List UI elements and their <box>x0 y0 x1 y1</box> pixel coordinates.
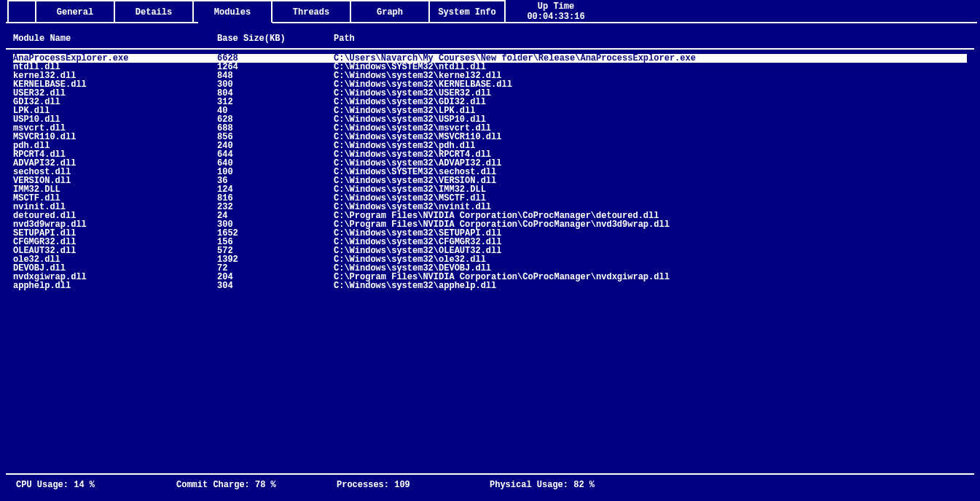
module-size-cell: 124 <box>217 185 334 194</box>
footer-separator <box>6 473 974 475</box>
module-size-cell: 688 <box>217 124 334 133</box>
status-bar: CPU Usage: 14 % Commit Charge: 78 % Proc… <box>6 478 974 492</box>
tab-general[interactable]: General <box>35 0 115 22</box>
table-row[interactable]: GDI32.dll312C:\Windows\system32\GDI32.dl… <box>13 98 967 106</box>
module-name-cell: apphelp.dll <box>13 281 217 290</box>
table-row[interactable]: VERSION.dll36C:\Windows\system32\VERSION… <box>13 176 967 185</box>
table-row[interactable]: AnaProcessExplorer.exe6628C:\Users\Navar… <box>13 54 967 63</box>
module-size-cell: 304 <box>217 281 334 290</box>
table-row[interactable]: IMM32.DLL124C:\Windows\system32\IMM32.DL… <box>13 185 967 194</box>
table-row[interactable]: OLEAUT32.dll572C:\Windows\system32\OLEAU… <box>13 246 967 255</box>
module-size-cell: 1652 <box>217 229 334 238</box>
status-commit: Commit Charge: 78 % <box>176 480 337 490</box>
column-headers: Module Name Base Size(KB) Path <box>3 22 977 44</box>
module-size-cell: 36 <box>217 176 334 185</box>
module-size-cell: 100 <box>217 168 334 176</box>
module-size-cell: 240 <box>217 141 334 150</box>
modules-list: AnaProcessExplorer.exe6628C:\Users\Navar… <box>3 50 977 290</box>
module-size-cell: 856 <box>217 133 334 141</box>
uptime-display: Up Time 00:04:33:16 <box>504 0 606 22</box>
module-path-cell: C:\Windows\system32\apphelp.dll <box>334 281 967 290</box>
tabs-row: General Details Modules Threads Graph Sy… <box>3 0 977 22</box>
tab-spacer <box>605 0 977 22</box>
module-size-cell: 156 <box>217 238 334 246</box>
module-size-cell: 24 <box>217 211 334 220</box>
tab-blank[interactable] <box>7 0 36 22</box>
module-size-cell: 816 <box>217 194 334 203</box>
uptime-label: Up Time <box>506 1 606 12</box>
module-size-cell: 1392 <box>217 255 334 264</box>
module-size-cell: 640 <box>217 159 334 168</box>
tab-graph[interactable]: Graph <box>350 0 430 22</box>
col-header-size[interactable]: Base Size(KB) <box>217 34 334 44</box>
module-size-cell: 72 <box>217 264 334 273</box>
module-size-cell: 628 <box>217 115 334 124</box>
status-processes: Processes: 109 <box>337 480 490 490</box>
uptime-value: 00:04:33:16 <box>506 12 606 22</box>
table-row[interactable]: LPK.dll40C:\Windows\system32\LPK.dll <box>13 106 967 115</box>
table-row[interactable]: USER32.dll804C:\Windows\system32\USER32.… <box>13 89 967 98</box>
app-window: General Details Modules Threads Graph Sy… <box>3 0 977 497</box>
module-size-cell: 40 <box>217 106 334 115</box>
tab-details[interactable]: Details <box>114 0 194 22</box>
module-size-cell: 232 <box>217 203 334 211</box>
module-size-cell: 204 <box>217 273 334 281</box>
col-header-path[interactable]: Path <box>334 34 967 44</box>
status-physical: Physical Usage: 82 % <box>490 480 650 490</box>
status-cpu: CPU Usage: 14 % <box>16 480 176 490</box>
tab-modules[interactable]: Modules <box>192 0 273 23</box>
tab-system-info[interactable]: System Info <box>428 0 506 22</box>
col-header-name[interactable]: Module Name <box>13 34 217 44</box>
module-size-cell: 644 <box>217 150 334 159</box>
module-size-cell: 1264 <box>217 63 334 71</box>
module-size-cell: 300 <box>217 80 334 89</box>
table-row[interactable]: apphelp.dll304C:\Windows\system32\apphel… <box>13 281 967 290</box>
module-size-cell: 312 <box>217 98 334 106</box>
module-size-cell: 848 <box>217 71 334 80</box>
tab-threads[interactable]: Threads <box>271 0 351 22</box>
module-size-cell: 804 <box>217 89 334 98</box>
table-row[interactable]: MSVCR110.dll856C:\Windows\system32\MSVCR… <box>13 133 967 141</box>
